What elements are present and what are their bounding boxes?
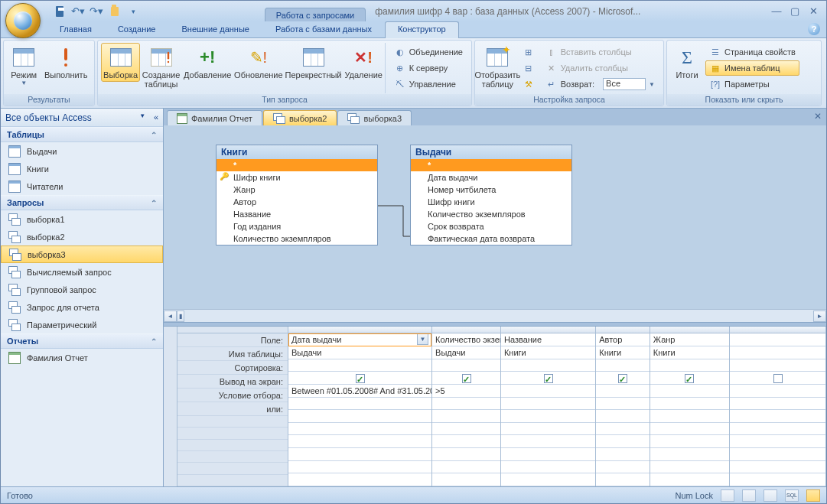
- field-row[interactable]: *: [217, 159, 377, 171]
- nav-item[interactable]: Книги: [1, 160, 163, 177]
- grid-cell[interactable]: [650, 435, 729, 448]
- view-sql[interactable]: SQL: [785, 489, 799, 502]
- grid-cell[interactable]: Название: [501, 333, 595, 346]
- nav-item[interactable]: Параметрический: [1, 316, 163, 333]
- grid-cell[interactable]: [730, 346, 825, 359]
- grid-cell[interactable]: [650, 398, 729, 411]
- grid-cell[interactable]: [432, 435, 500, 448]
- grid-cell[interactable]: Выдачи: [432, 346, 500, 359]
- grid-cell[interactable]: [501, 398, 595, 411]
- builder-button[interactable]: ⚒: [519, 76, 539, 92]
- grid-cell[interactable]: [730, 359, 825, 372]
- field-row[interactable]: Автор: [217, 196, 377, 208]
- nav-item[interactable]: Выдачи: [1, 142, 163, 160]
- relationship-diagram[interactable]: Книги *🔑Шифр книгиЖанрАвторНазваниеГод и…: [164, 125, 826, 309]
- qat-open[interactable]: [106, 3, 123, 20]
- show-checkbox[interactable]: [544, 374, 553, 383]
- fieldlist-books[interactable]: Книги *🔑Шифр книгиЖанрАвторНазваниеГод и…: [216, 145, 378, 245]
- qat-customize[interactable]: ▾: [125, 3, 142, 20]
- col-header[interactable]: [288, 327, 431, 333]
- nav-item[interactable]: Групповой запрос: [1, 281, 163, 298]
- params-button[interactable]: [?]Параметры: [705, 76, 799, 92]
- grid-cell[interactable]: [596, 473, 650, 486]
- nav-cat-reports[interactable]: Отчеты⌃: [1, 333, 163, 349]
- grid-cell[interactable]: [501, 385, 595, 398]
- field-row[interactable]: Дата выдачи: [411, 171, 571, 184]
- grid-cell[interactable]: [432, 473, 500, 486]
- qat-save[interactable]: [51, 3, 68, 20]
- fieldlist-issues[interactable]: Выдачи *Дата выдачиНомер читбилетаШифр к…: [410, 145, 572, 245]
- grid-cell[interactable]: Выдачи: [288, 346, 431, 359]
- grid-cell[interactable]: Книги: [650, 346, 729, 359]
- grid-cell[interactable]: [501, 448, 595, 461]
- delete-query-button[interactable]: ✕! Удаление: [343, 43, 385, 82]
- grid-cell[interactable]: [596, 410, 650, 423]
- grid-cell[interactable]: Книги: [501, 346, 595, 359]
- field-row[interactable]: Количество экземпляров: [411, 208, 571, 220]
- field-row[interactable]: *: [411, 159, 571, 171]
- grid-cell[interactable]: [501, 461, 595, 474]
- show-checkbox[interactable]: [618, 374, 627, 383]
- totals-button[interactable]: Σ Итоги: [670, 43, 704, 82]
- nav-header[interactable]: Все объекты Access ▼ «: [1, 109, 163, 127]
- close-button[interactable]: ✕: [806, 5, 820, 18]
- tab-design[interactable]: Конструктор: [385, 21, 459, 38]
- grid-cell[interactable]: [650, 448, 729, 461]
- view-pivot[interactable]: [742, 489, 756, 502]
- grid-cell[interactable]: [288, 435, 431, 448]
- diagram-hscroll[interactable]: ◄ ▮ ►: [164, 309, 826, 322]
- grid-cell[interactable]: [432, 359, 500, 372]
- delete-cols-button[interactable]: ✕Удалить столбцы: [542, 60, 659, 76]
- datadef-button[interactable]: ⛏Управление: [390, 76, 467, 92]
- grid-cell[interactable]: >5: [432, 385, 500, 398]
- tab-external[interactable]: Внешние данные: [169, 21, 262, 37]
- grid-cell[interactable]: [288, 461, 431, 474]
- col-header[interactable]: [432, 327, 500, 333]
- grid-cell[interactable]: [730, 410, 825, 423]
- field-row[interactable]: Количество экземпляров: [217, 232, 377, 245]
- minimize-button[interactable]: —: [770, 5, 783, 18]
- view-datasheet[interactable]: [721, 489, 734, 502]
- grid-cell[interactable]: [650, 461, 729, 474]
- field-row[interactable]: Номер читбилета: [411, 184, 571, 196]
- grid-cell[interactable]: [650, 359, 729, 372]
- nav-cat-tables[interactable]: Таблицы⌃: [1, 127, 163, 142]
- scroll-right-button[interactable]: ►: [813, 311, 826, 322]
- nav-item[interactable]: выборка3: [1, 245, 163, 263]
- grid-cell[interactable]: [288, 372, 431, 385]
- maximize-button[interactable]: ▢: [788, 5, 802, 18]
- qat-undo[interactable]: ↶▾: [70, 3, 86, 20]
- grid-cell[interactable]: Дата выдачи▼: [288, 333, 431, 346]
- show-checkbox[interactable]: [462, 374, 471, 383]
- grid-cell[interactable]: [501, 473, 595, 486]
- field-row[interactable]: 🔑Шифр книги: [217, 171, 377, 184]
- view-button[interactable]: Режим ▼: [7, 43, 41, 89]
- nav-item[interactable]: Вычисляемый запрос: [1, 263, 163, 281]
- delete-rows-button[interactable]: ⊟: [519, 60, 539, 76]
- field-row[interactable]: Название: [217, 208, 377, 220]
- view-design[interactable]: [806, 489, 820, 502]
- col-header[interactable]: [596, 327, 650, 333]
- grid-cell[interactable]: Автор: [596, 333, 650, 346]
- grid-cell[interactable]: Книги: [596, 346, 650, 359]
- update-button[interactable]: ✎! Обновление: [233, 43, 284, 82]
- grid-cell[interactable]: [730, 385, 825, 398]
- nav-item[interactable]: Запрос для отчета: [1, 298, 163, 316]
- nav-cat-queries[interactable]: Запросы⌃: [1, 195, 163, 210]
- grid-cell[interactable]: [501, 423, 595, 436]
- tab-dbtools[interactable]: Работа с базами данных: [262, 21, 385, 37]
- grid-cell[interactable]: [432, 372, 500, 385]
- view-pivotchart[interactable]: [764, 489, 777, 502]
- col-header[interactable]: [730, 327, 825, 333]
- grid-cell[interactable]: [730, 372, 825, 385]
- tab-home[interactable]: Главная: [47, 21, 105, 37]
- maketable-button[interactable]: Создание таблицы: [140, 43, 182, 91]
- grid-cell[interactable]: [288, 473, 431, 486]
- qat-redo[interactable]: ↷▾: [88, 3, 105, 20]
- grid-cell[interactable]: [730, 398, 825, 411]
- show-checkbox[interactable]: [773, 374, 783, 383]
- grid-cell[interactable]: [288, 423, 431, 436]
- crosstab-button[interactable]: Перекрестный: [284, 43, 342, 82]
- col-header[interactable]: [501, 327, 595, 333]
- doc-tab[interactable]: Фамилия Отчет: [167, 110, 262, 125]
